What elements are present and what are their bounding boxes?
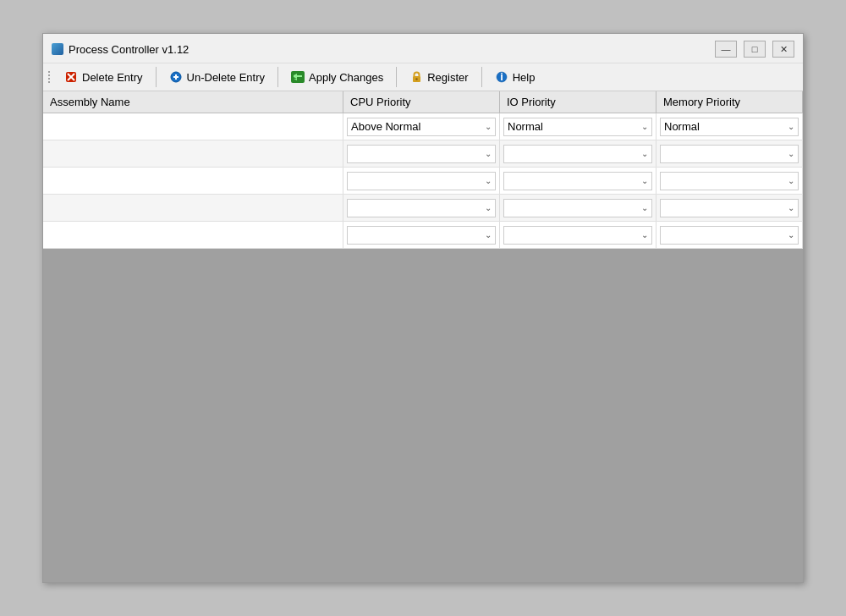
- cell-memory-0: Normal ⌄: [656, 113, 803, 140]
- separator-4: [481, 67, 482, 87]
- register-button[interactable]: Register: [402, 67, 475, 87]
- table-area: Assembly Name CPU Priority IO Priority M…: [43, 91, 803, 582]
- cell-assembly-0[interactable]: [43, 113, 343, 140]
- red-x-icon: [64, 70, 78, 84]
- table-row: Above Normal ⌄ Normal ⌄ Normal ⌄: [43, 113, 803, 140]
- cell-io-3: ⌄: [500, 195, 656, 221]
- chevron-down-icon: ⌄: [641, 230, 648, 239]
- memory-dropdown-1[interactable]: ⌄: [660, 145, 799, 163]
- app-icon: [52, 43, 63, 55]
- chevron-down-icon: ⌄: [788, 203, 794, 212]
- register-label: Register: [427, 71, 468, 84]
- cell-cpu-0: Above Normal ⌄: [343, 113, 500, 140]
- memory-dropdown-3[interactable]: ⌄: [660, 199, 799, 217]
- close-button[interactable]: ✕: [772, 41, 794, 58]
- cell-cpu-2: ⌄: [343, 168, 500, 194]
- window-title: Process Controller v1.12: [69, 43, 189, 56]
- cell-memory-4: ⌄: [656, 222, 803, 248]
- cpu-dropdown-4[interactable]: ⌄: [347, 226, 496, 245]
- apply-changes-label: Apply Changes: [309, 71, 383, 84]
- title-bar-controls: — □ ✕: [715, 41, 794, 58]
- apply-changes-button[interactable]: Apply Changes: [283, 67, 391, 87]
- minimize-button[interactable]: —: [715, 41, 737, 58]
- cpu-dropdown-3[interactable]: ⌄: [347, 199, 496, 217]
- chevron-down-icon: ⌄: [641, 122, 648, 131]
- cell-io-1: ⌄: [500, 140, 656, 167]
- io-dropdown-1[interactable]: ⌄: [503, 145, 652, 163]
- cell-memory-1: ⌄: [656, 140, 803, 167]
- chevron-down-icon: ⌄: [485, 176, 492, 185]
- table-row: ⌄ ⌄ ⌄: [43, 195, 803, 222]
- header-memory: Memory Priority: [656, 91, 803, 113]
- svg-text:i: i: [500, 71, 503, 83]
- chevron-down-icon: ⌄: [641, 203, 648, 212]
- cell-memory-2: ⌄: [656, 168, 803, 194]
- cell-io-0: Normal ⌄: [500, 113, 656, 140]
- info-icon: i: [495, 70, 508, 84]
- cpu-dropdown-2[interactable]: ⌄: [347, 172, 496, 190]
- cpu-dropdown-1[interactable]: ⌄: [347, 145, 496, 163]
- separator-1: [156, 67, 157, 87]
- separator-2: [277, 67, 278, 87]
- cell-memory-3: ⌄: [656, 195, 803, 221]
- delete-entry-button[interactable]: Delete Entry: [57, 67, 151, 87]
- chevron-down-icon: ⌄: [788, 149, 794, 158]
- chevron-down-icon: ⌄: [485, 149, 492, 158]
- memory-value-0: Normal: [664, 120, 788, 133]
- cell-assembly-1[interactable]: [43, 140, 343, 167]
- svg-point-9: [415, 78, 417, 80]
- memory-dropdown-4[interactable]: ⌄: [660, 226, 799, 245]
- green-arrows-icon: [291, 70, 305, 84]
- chevron-down-icon: ⌄: [788, 230, 794, 239]
- chevron-down-icon: ⌄: [485, 122, 492, 131]
- lock-icon: [409, 70, 423, 84]
- chevron-down-icon: ⌄: [485, 230, 492, 239]
- cell-cpu-4: ⌄: [343, 222, 500, 248]
- memory-dropdown-2[interactable]: ⌄: [660, 172, 799, 190]
- table-row: ⌄ ⌄ ⌄: [43, 140, 803, 168]
- help-button[interactable]: i Help: [487, 67, 543, 87]
- cell-io-4: ⌄: [500, 222, 656, 248]
- cell-assembly-4[interactable]: [43, 222, 343, 248]
- table-body: Above Normal ⌄ Normal ⌄ Normal ⌄: [43, 113, 803, 249]
- help-label: Help: [513, 71, 536, 84]
- header-io: IO Priority: [500, 91, 656, 113]
- io-dropdown-2[interactable]: ⌄: [503, 172, 652, 190]
- chevron-down-icon: ⌄: [788, 122, 794, 131]
- table-header: Assembly Name CPU Priority IO Priority M…: [43, 91, 803, 113]
- delete-entry-label: Delete Entry: [82, 71, 143, 84]
- title-bar-left: Process Controller v1.12: [52, 43, 189, 56]
- chevron-down-icon: ⌄: [641, 176, 648, 185]
- cpu-dropdown-0[interactable]: Above Normal ⌄: [347, 118, 496, 136]
- cell-cpu-3: ⌄: [343, 195, 500, 221]
- toolbar-drag-handle: [48, 68, 52, 86]
- chevron-down-icon: ⌄: [641, 149, 648, 158]
- main-window: Process Controller v1.12 — □ ✕ Delete En…: [42, 33, 804, 583]
- chevron-down-icon: ⌄: [788, 176, 794, 185]
- cell-io-2: ⌄: [500, 168, 656, 194]
- cell-cpu-1: ⌄: [343, 140, 500, 167]
- toolbar: Delete Entry Un-Delete Entry: [43, 63, 803, 91]
- title-bar: Process Controller v1.12 — □ ✕: [43, 34, 803, 63]
- undelete-entry-button[interactable]: Un-Delete Entry: [162, 67, 272, 87]
- table-row: ⌄ ⌄ ⌄: [43, 222, 803, 249]
- memory-dropdown-0[interactable]: Normal ⌄: [660, 118, 799, 136]
- empty-area: [43, 249, 803, 582]
- table-row: ⌄ ⌄ ⌄: [43, 168, 803, 195]
- maximize-button[interactable]: □: [744, 41, 766, 58]
- blue-circle-icon: [169, 70, 183, 84]
- io-dropdown-4[interactable]: ⌄: [503, 226, 652, 245]
- separator-3: [396, 67, 397, 87]
- undelete-entry-label: Un-Delete Entry: [187, 71, 265, 84]
- io-dropdown-3[interactable]: ⌄: [503, 199, 652, 217]
- io-value-0: Normal: [508, 120, 641, 133]
- cpu-value-0: Above Normal: [351, 120, 485, 133]
- cell-assembly-2[interactable]: [43, 168, 343, 194]
- chevron-down-icon: ⌄: [485, 203, 492, 212]
- cell-assembly-3[interactable]: [43, 195, 343, 221]
- io-dropdown-0[interactable]: Normal ⌄: [503, 118, 652, 136]
- header-assembly: Assembly Name: [43, 91, 343, 113]
- header-cpu: CPU Priority: [343, 91, 500, 113]
